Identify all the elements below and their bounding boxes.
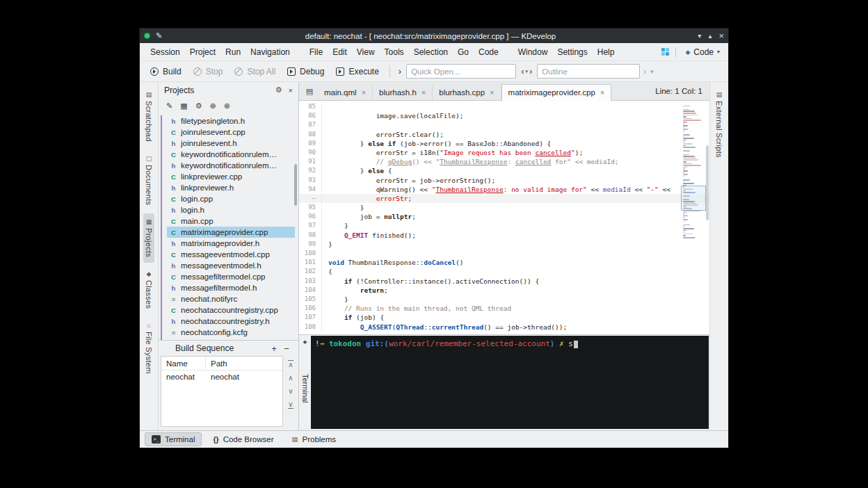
right-dock: ▤External Scripts <box>709 82 728 430</box>
panel-settings-icon[interactable]: ⚙ <box>275 86 282 95</box>
history-dropdown-icon[interactable]: ▾ <box>526 69 529 74</box>
execute-button[interactable]: Execute <box>331 64 383 79</box>
forward-icon[interactable]: › <box>529 66 532 76</box>
back-icon[interactable]: ‹ <box>521 66 524 76</box>
statusbar-code-browser[interactable]: {}Code Browser <box>206 432 280 446</box>
editor-tab-blurhash-cpp[interactable]: blurhash.cpp× <box>433 85 501 100</box>
editor-tab-matriximageprovider-cpp[interactable]: matriximageprovider.cpp× <box>501 84 612 101</box>
providers-grid-icon[interactable]: ▦ <box>180 101 187 111</box>
tree-item-joinrulesevent-cpp[interactable]: Cjoinrulesevent.cpp <box>167 127 298 138</box>
terminal-console[interactable]: !→ tokodon git:(work/carl/remember-selec… <box>311 336 709 429</box>
close-tab-icon[interactable]: × <box>421 88 426 97</box>
dock-tab-external-scripts[interactable]: ▤External Scripts <box>714 86 725 163</box>
tree-item-neochatconfig-kcfg[interactable]: ≡neochatconfig.kcfg <box>167 327 298 338</box>
menu-run[interactable]: Run <box>220 45 246 59</box>
editor-tab-main-qml[interactable]: main.qml× <box>318 85 373 100</box>
menu-help[interactable]: Help <box>593 45 620 59</box>
remove-target-button[interactable]: − <box>280 343 293 354</box>
menu-tools[interactable]: Tools <box>380 45 409 59</box>
minimize-icon[interactable]: ▾ <box>698 33 701 40</box>
tree-item-neochat-notifyrc[interactable]: ≡neochat.notifyrc <box>167 293 298 304</box>
statusbar-problems[interactable]: ▤Problems <box>285 432 344 446</box>
tree-item-linkpreviewer-h[interactable]: hlinkpreviewer.h <box>167 182 298 193</box>
move-bottom-icon[interactable]: ∨ <box>288 400 293 409</box>
close-tab-icon[interactable]: × <box>490 88 494 97</box>
pencil-icon: ✎ <box>156 32 162 40</box>
table-row[interactable]: neochatneochat <box>161 371 282 383</box>
area-code-button[interactable]: ◆ Code ▾ <box>682 46 723 58</box>
menu-code[interactable]: Code <box>474 45 504 59</box>
tree-item-joinrulesevent-h[interactable]: hjoinrulesevent.h <box>167 138 298 149</box>
terminal-view-icon[interactable]: ◆ <box>303 339 307 345</box>
configure-icon[interactable]: ⚙ <box>195 101 202 111</box>
outline-input[interactable] <box>537 64 640 79</box>
toolbar-expand-icon[interactable]: › <box>396 66 404 76</box>
tree-item-filetypesingleton-h[interactable]: hfiletypesingleton.h <box>167 115 298 127</box>
overflow-down-icon[interactable]: ▾ <box>650 68 654 75</box>
move-down-icon[interactable]: ∨ <box>288 387 293 395</box>
document-list-icon[interactable]: ▤ <box>301 87 318 96</box>
tree-item-neochataccountregistry-cpp[interactable]: Cneochataccountregistry.cpp <box>167 304 298 316</box>
area-switcher-icon[interactable] <box>661 48 669 56</box>
menu-navigation[interactable]: Navigation <box>246 45 295 59</box>
tree-scrollbar[interactable] <box>294 164 297 206</box>
menu-file[interactable]: File <box>305 45 328 59</box>
tree-item-messageeventmodel-cpp[interactable]: Cmessageeventmodel.cpp <box>167 249 298 260</box>
titlebar[interactable]: ✎ default: neochat - [ neochat:src/matri… <box>140 29 728 43</box>
build-button[interactable]: Build <box>145 64 186 79</box>
build-settings-icon[interactable]: ⊕ <box>210 101 216 111</box>
menu-session[interactable]: Session <box>145 45 185 59</box>
dock-tab-documents[interactable]: ▢Documents <box>143 150 154 211</box>
column-path[interactable]: Path <box>206 359 232 368</box>
maximize-icon[interactable]: ▴ <box>708 33 712 40</box>
code-editor[interactable]: 8586 image.save(localFile);8788 errorStr… <box>299 101 709 334</box>
move-up-icon[interactable]: ∧ <box>288 374 293 382</box>
tree-item-login-cpp[interactable]: Clogin.cpp <box>167 193 298 204</box>
stop-all-button[interactable]: Stop All <box>230 64 280 79</box>
menu-selection[interactable]: Selection <box>409 45 453 59</box>
tree-item-login-h[interactable]: hlogin.h <box>167 204 298 215</box>
editor-scrollbar[interactable] <box>706 145 709 220</box>
tree-item-messageeventmodel-h[interactable]: hmessageeventmodel.h <box>167 260 298 271</box>
close-tab-icon[interactable]: × <box>362 88 366 97</box>
h-file-icon: h <box>170 140 177 147</box>
dock-tab-classes[interactable]: ◆Classes <box>143 266 154 314</box>
dock-tab-file-system[interactable]: ⌂File System <box>143 317 154 380</box>
dock-tab-projects[interactable]: ▦Projects <box>143 213 154 263</box>
tree-item-matriximageprovider-cpp[interactable]: Cmatriximageprovider.cpp <box>167 227 295 238</box>
cpp-file-icon: C <box>170 151 177 158</box>
move-top-icon[interactable]: ∧ <box>288 360 293 368</box>
tree-item-neochataccountregistry-h[interactable]: hneochataccountregistry.h <box>167 316 298 327</box>
close-icon[interactable]: × <box>718 31 724 40</box>
menu-view[interactable]: View <box>352 45 380 59</box>
tree-item-main-cpp[interactable]: Cmain.cpp <box>167 215 298 227</box>
tree-item-messagefiltermodel-cpp[interactable]: Cmessagefiltermodel.cpp <box>167 271 298 282</box>
quick-open-input[interactable] <box>406 64 516 79</box>
locate-document-icon[interactable]: ✎ <box>166 101 172 111</box>
code-line: 99} <box>299 240 709 249</box>
overflow-right-icon[interactable]: › <box>643 67 646 76</box>
tree-item-keywordnotificationrulem[interactable]: Ckeywordnotificationrulem… <box>167 149 298 160</box>
menu-settings[interactable]: Settings <box>552 45 592 59</box>
menu-edit[interactable]: Edit <box>328 45 352 59</box>
minimap[interactable] <box>683 104 704 239</box>
minimap-viewport[interactable] <box>681 186 706 211</box>
dock-tab-scratchpad[interactable]: ▤Scratchpad <box>143 86 154 147</box>
code-area-icon: ◆ <box>685 49 690 56</box>
column-name[interactable]: Name <box>161 357 206 370</box>
statusbar-terminal[interactable]: >_Terminal <box>145 432 202 446</box>
tree-item-messagefiltermodel-h[interactable]: hmessagefiltermodel.h <box>167 282 298 293</box>
editor-tab-blurhash-h[interactable]: blurhash.h× <box>373 85 433 100</box>
menu-window[interactable]: Window <box>513 45 553 59</box>
menu-go[interactable]: Go <box>453 45 474 59</box>
stop-button[interactable]: Stop <box>188 64 228 79</box>
tree-item-matriximageprovider-h[interactable]: hmatriximageprovider.h <box>167 238 298 249</box>
close-tab-icon[interactable]: × <box>600 88 604 97</box>
tree-item-keywordnotificationrulem[interactable]: hkeywordnotificationrulem… <box>167 160 298 171</box>
menu-project[interactable]: Project <box>185 45 220 59</box>
panel-close-icon[interactable]: × <box>289 86 293 95</box>
add-target-button[interactable]: + <box>268 343 280 354</box>
debug-button[interactable]: Debug <box>282 64 329 79</box>
filter-icon[interactable]: ⊗ <box>224 101 230 111</box>
tree-item-linkpreviewer-cpp[interactable]: Clinkpreviewer.cpp <box>167 171 298 182</box>
